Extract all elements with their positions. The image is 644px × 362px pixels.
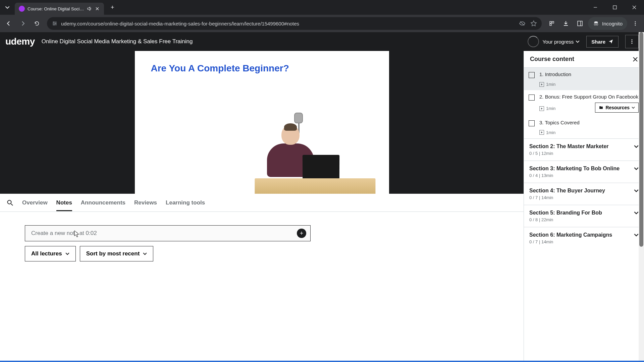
section-title: Section 6: Marketing Campaigns — [529, 232, 612, 238]
course-title[interactable]: Online Digital Social Media Marketing & … — [42, 38, 521, 45]
svg-point-6 — [596, 24, 598, 25]
section-meta: 0 / 4 | 13min — [529, 173, 639, 178]
desk-graphic — [255, 178, 375, 194]
tab-search-dropdown[interactable] — [2, 2, 13, 13]
section-meta: 0 / 8 | 22min — [529, 217, 639, 222]
svg-point-12 — [631, 43, 632, 44]
lecture-checkbox[interactable] — [529, 95, 535, 101]
browser-toolbar: udemy.com/course/online-digital-social-m… — [0, 15, 644, 32]
window-close-button[interactable] — [625, 0, 644, 15]
section-meta: 0 / 7 | 14min — [529, 239, 639, 244]
lecture-duration: 1min — [539, 82, 555, 87]
section-header[interactable]: Section 3: Marketing To Bob Online0 / 4 … — [524, 161, 644, 183]
resources-button[interactable]: Resources — [595, 103, 639, 113]
chevron-down-icon — [634, 144, 639, 149]
lecture-title: 2. Bonus: Free Support Group On Facebook — [539, 94, 639, 100]
slide-heading: Are You A Complete Beginner? — [151, 63, 289, 74]
search-icon[interactable] — [7, 199, 13, 206]
new-note-input[interactable]: Create a new note at 0:02 + — [25, 225, 311, 241]
course-header: udemy Online Digital Social Media Market… — [0, 32, 644, 51]
progress-ring-icon — [528, 36, 539, 47]
lecture-checkbox[interactable] — [529, 72, 535, 78]
tab-learning-tools[interactable]: Learning tools — [166, 195, 205, 211]
svg-point-8 — [635, 23, 636, 24]
add-note-button[interactable]: + — [297, 229, 306, 238]
progress-dropdown[interactable]: Your progress — [542, 39, 580, 45]
filter-lectures-dropdown[interactable]: All lectures — [25, 246, 76, 261]
address-bar[interactable]: udemy.com/course/online-digital-social-m… — [47, 17, 542, 30]
bookmark-star-icon[interactable] — [530, 20, 537, 27]
taskbar-edge — [0, 361, 644, 362]
page-scroll-thumb[interactable] — [639, 32, 643, 247]
tab-title: Course: Online Digital Soci… — [28, 6, 84, 11]
downloads-icon[interactable] — [560, 17, 572, 29]
section-title: Section 2: The Master Marketer — [529, 143, 609, 149]
window-maximize-button[interactable] — [605, 0, 625, 15]
chevron-down-icon — [634, 210, 639, 215]
forward-button[interactable] — [17, 17, 29, 29]
browser-tab[interactable]: Course: Online Digital Soci… — [15, 3, 104, 15]
new-tab-button[interactable]: + — [107, 2, 117, 12]
url-text: udemy.com/course/online-digital-social-m… — [61, 21, 516, 26]
content-tabs: Overview Notes Announcements Reviews Lea… — [0, 194, 524, 212]
section-title: Section 3: Marketing To Bob Online — [529, 166, 620, 172]
share-button[interactable]: Share — [586, 36, 619, 48]
sidebar-title: Course content — [530, 56, 574, 63]
lecture-item[interactable]: 1. Introduction1min — [524, 68, 644, 90]
svg-point-2 — [55, 23, 56, 24]
tab-notes[interactable]: Notes — [56, 195, 72, 211]
svg-point-1 — [53, 22, 54, 23]
play-icon — [539, 106, 544, 111]
section-title: Section 5: Branding For Bob — [529, 210, 602, 216]
browser-titlebar: Course: Online Digital Soci… + — [0, 0, 644, 15]
audio-icon[interactable] — [87, 6, 92, 11]
tab-announcements[interactable]: Announcements — [81, 195, 125, 211]
notes-panel: Create a new note at 0:02 + All lectures… — [0, 212, 335, 261]
side-panel-icon[interactable] — [574, 17, 586, 29]
course-content-sidebar: Course content 1. Introduction1min2. Bon… — [524, 51, 644, 362]
chevron-down-icon — [634, 233, 639, 237]
mouse-cursor-icon — [74, 230, 79, 238]
section-meta: 0 / 7 | 14min — [529, 195, 639, 200]
section-meta: 0 / 5 | 12min — [529, 151, 639, 156]
section-header[interactable]: Section 6: Marketing Campaigns0 / 7 | 14… — [524, 227, 644, 249]
back-button[interactable] — [3, 17, 15, 29]
play-icon — [539, 130, 544, 135]
tab-close-icon[interactable] — [95, 6, 100, 11]
lecture-item[interactable]: 3. Topics Covered1min — [524, 116, 644, 138]
lecture-item[interactable]: 2. Bonus: Free Support Group On Facebook… — [524, 90, 644, 116]
site-settings-icon[interactable] — [52, 20, 58, 26]
section-header[interactable]: Section 5: Branding For Bob0 / 8 | 22min — [524, 205, 644, 227]
svg-point-11 — [631, 41, 632, 42]
svg-point-7 — [635, 21, 636, 22]
reload-button[interactable] — [31, 17, 43, 29]
incognito-icon — [593, 20, 599, 27]
note-placeholder: Create a new note at 0:02 — [31, 230, 97, 237]
lecture-checkbox[interactable] — [529, 120, 535, 126]
favicon-icon — [19, 6, 25, 12]
browser-menu-icon[interactable] — [629, 17, 641, 29]
tab-overview[interactable]: Overview — [22, 195, 48, 211]
tab-reviews[interactable]: Reviews — [134, 195, 157, 211]
laptop-graphic — [303, 155, 339, 180]
section-header[interactable]: Section 2: The Master Marketer0 / 5 | 12… — [524, 138, 644, 161]
media-control-icon[interactable] — [546, 17, 558, 29]
filter-sort-dropdown[interactable]: Sort by most recent — [80, 246, 154, 261]
svg-point-9 — [635, 25, 636, 26]
play-icon — [539, 82, 544, 87]
svg-point-5 — [594, 24, 596, 25]
incognito-chip[interactable]: Incognito — [588, 17, 627, 30]
svg-point-10 — [631, 39, 632, 40]
lecture-duration: 1min — [539, 130, 555, 135]
chevron-down-icon — [634, 166, 639, 171]
page-scrollbar[interactable] — [639, 32, 644, 362]
window-minimize-button[interactable] — [586, 0, 605, 15]
eye-off-icon[interactable] — [519, 20, 526, 27]
udemy-logo[interactable]: udemy — [5, 36, 35, 47]
incognito-label: Incognito — [602, 21, 623, 26]
section-header[interactable]: Section 4: The Buyer Journey0 / 7 | 14mi… — [524, 183, 644, 205]
lecture-title: 1. Introduction — [539, 71, 639, 78]
video-player[interactable]: Are You A Complete Beginner? — [0, 51, 524, 194]
sidebar-close-icon[interactable] — [633, 57, 638, 62]
course-menu-button[interactable] — [625, 35, 639, 48]
